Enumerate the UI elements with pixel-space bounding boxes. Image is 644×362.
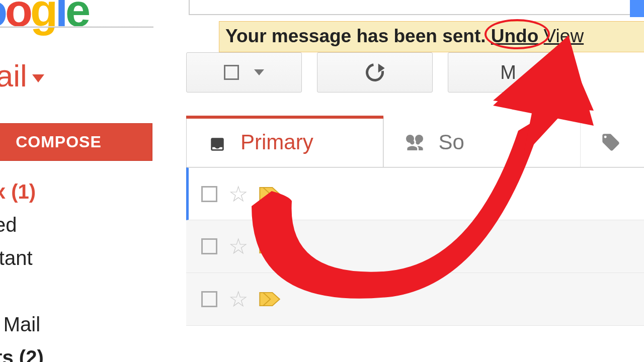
select-dropdown-button[interactable]	[186, 52, 302, 93]
importance-marker-icon[interactable]	[259, 239, 279, 254]
caret-down-icon	[32, 74, 44, 82]
message-row[interactable]: ☆	[186, 167, 644, 220]
toast-text: Your message has been sent.	[225, 26, 486, 46]
checkbox-icon	[224, 65, 239, 80]
view-message-link[interactable]: View	[544, 26, 584, 46]
gmail-dropdown[interactable]: mail	[0, 58, 44, 94]
toolbar: M	[186, 52, 569, 93]
nav-important[interactable]: portant	[0, 241, 44, 275]
row-checkbox[interactable]	[201, 291, 217, 307]
undo-link[interactable]: Undo	[491, 26, 539, 46]
google-logo: oogle	[0, 0, 88, 37]
tab-primary[interactable]: Primary	[186, 117, 383, 167]
star-icon[interactable]: ☆	[228, 183, 248, 205]
star-icon[interactable]: ☆	[228, 235, 248, 257]
message-row[interactable]: ☆	[186, 273, 644, 326]
gmail-label-text: mail	[0, 58, 27, 94]
row-checkbox[interactable]	[201, 238, 217, 254]
importance-marker-icon[interactable]	[259, 292, 279, 307]
folder-nav: box (1) arred portant ats ent Mail rafts…	[0, 175, 44, 362]
row-checkbox[interactable]	[201, 186, 217, 202]
tab-social[interactable]: So	[383, 117, 581, 167]
refresh-icon	[362, 60, 387, 85]
nav-starred[interactable]: arred	[0, 208, 44, 241]
refresh-button[interactable]	[317, 52, 433, 93]
compose-button[interactable]: COMPOSE	[0, 123, 152, 161]
importance-marker-icon[interactable]	[259, 187, 279, 202]
tab-primary-label: Primary	[240, 130, 313, 154]
chevron-down-icon	[254, 69, 264, 75]
search-button[interactable]	[630, 0, 644, 17]
tag-icon	[601, 132, 621, 152]
nav-chats[interactable]: ats	[0, 275, 44, 308]
tab-social-label: So	[439, 130, 464, 154]
message-list: ☆ ☆ ☆	[186, 167, 644, 326]
nav-inbox[interactable]: box (1)	[0, 175, 44, 208]
more-label: M	[500, 62, 516, 83]
search-input[interactable]	[189, 0, 644, 15]
nav-sent-mail[interactable]: ent Mail	[0, 308, 44, 341]
message-row[interactable]: ☆	[186, 220, 644, 273]
category-tabs: Primary So	[186, 117, 644, 167]
inbox-icon	[207, 134, 228, 151]
logo-shadow	[0, 26, 153, 28]
people-icon	[404, 135, 426, 150]
nav-drafts[interactable]: rafts (2)	[0, 341, 44, 362]
sent-toast: Your message has been sent. Undo View	[219, 21, 644, 52]
star-icon[interactable]: ☆	[228, 288, 248, 310]
more-button[interactable]: M	[448, 52, 569, 93]
tab-promotions[interactable]	[580, 117, 644, 167]
